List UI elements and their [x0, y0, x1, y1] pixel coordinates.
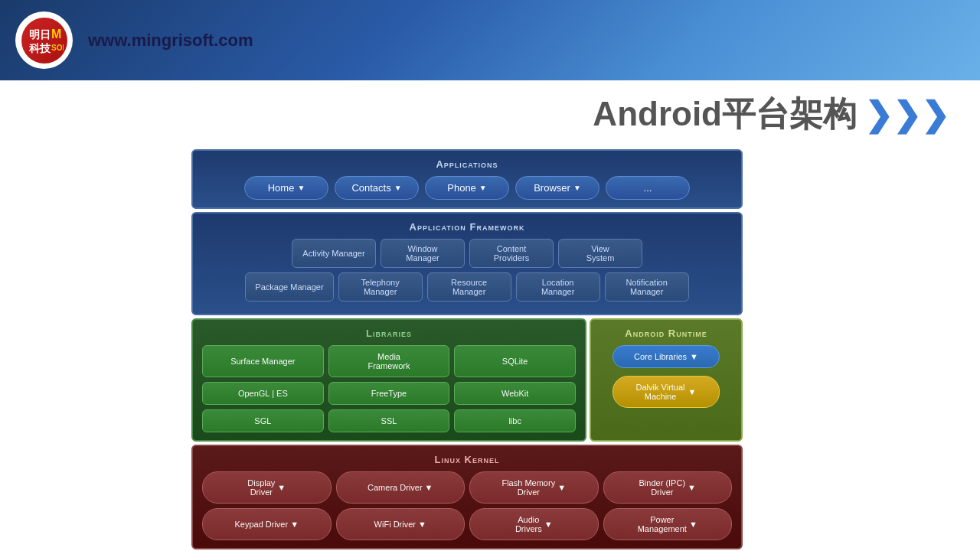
framework-title: Application Framework — [202, 221, 732, 233]
runtime-buttons: Core Libraries ▼ Dalvik VirtualMachine ▼ — [600, 345, 732, 408]
fw-view-system[interactable]: ViewSystem — [558, 239, 642, 268]
kernel-row2: Keypad Driver ▼ WiFi Driver ▼ AudioDrive… — [202, 508, 732, 540]
applications-title: Applications — [202, 158, 732, 170]
svg-text:科技: 科技 — [28, 42, 51, 54]
applications-section: Applications Home ▼ Contacts ▼ Phone ▼ B… — [191, 149, 743, 209]
fw-activity-manager[interactable]: Activity Manager — [292, 239, 376, 268]
fw-window-manager[interactable]: WindowManager — [381, 239, 465, 268]
app-home-button[interactable]: Home ▼ — [244, 176, 328, 200]
libraries-grid: Surface Manager MediaFramework SQLite Op… — [202, 345, 576, 432]
fw-resource-manager[interactable]: ResourceManager — [427, 272, 511, 302]
kernel-camera-driver[interactable]: Camera Driver ▼ — [336, 471, 466, 504]
lib-sgl[interactable]: SGL — [202, 409, 324, 432]
content: Android平台架构 ❯❯❯ Applications Home ▼ Cont… — [0, 80, 980, 551]
lib-surface-manager[interactable]: Surface Manager — [202, 345, 324, 377]
lib-ssl[interactable]: SSL — [328, 409, 450, 432]
kernel-power-management[interactable]: PowerManagement ▼ — [603, 508, 733, 540]
framework-row2: Package Manager TelephonyManager Resourc… — [202, 272, 732, 302]
kernel-binder-driver[interactable]: Binder (IPC)Driver ▼ — [603, 471, 733, 504]
app-more-button[interactable]: ... — [606, 176, 690, 200]
libraries-title: Libraries — [202, 328, 576, 339]
lib-sqlite[interactable]: SQLite — [454, 345, 576, 377]
fw-location-manager[interactable]: LocationManager — [516, 272, 600, 302]
app-phone-button[interactable]: Phone ▼ — [425, 176, 509, 200]
fw-package-manager[interactable]: Package Manager — [245, 272, 333, 302]
svg-text:SOFT: SOFT — [51, 44, 64, 52]
kernel-section: Linux Kernel DisplayDriver ▼ Camera Driv… — [191, 445, 743, 549]
kernel-wifi-driver[interactable]: WiFi Driver ▼ — [336, 508, 466, 540]
libraries-section: Libraries Surface Manager MediaFramework… — [191, 318, 586, 442]
kernel-row1: DisplayDriver ▼ Camera Driver ▼ Flash Me… — [202, 471, 732, 504]
svg-text:M: M — [51, 28, 61, 41]
fw-content-providers[interactable]: ContentProviders — [469, 239, 554, 268]
framework-section: Application Framework Activity Manager W… — [191, 212, 743, 315]
lib-opengl[interactable]: OpenGL | ES — [202, 382, 324, 405]
header-url: www.mingrisoft.com — [88, 31, 253, 51]
runtime-title: Android Runtime — [600, 328, 732, 339]
app-browser-button[interactable]: Browser ▼ — [515, 176, 599, 200]
page-title-text: Android平台架构 — [593, 92, 857, 137]
core-libraries-button[interactable]: Core Libraries ▼ — [612, 345, 720, 368]
middle-section: Libraries Surface Manager MediaFramework… — [191, 318, 743, 445]
runtime-section: Android Runtime Core Libraries ▼ Dalvik … — [590, 318, 743, 442]
header: 明日 科技 M SOFT www.mingrisoft.com — [0, 0, 980, 80]
lib-webkit[interactable]: WebKit — [454, 382, 576, 405]
title-arrows: ❯❯❯ — [864, 95, 949, 134]
app-contacts-button[interactable]: Contacts ▼ — [335, 176, 419, 200]
fw-telephony-manager[interactable]: TelephonyManager — [338, 272, 423, 302]
lib-media-framework[interactable]: MediaFramework — [328, 345, 450, 377]
dalvik-vm-button[interactable]: Dalvik VirtualMachine ▼ — [612, 376, 720, 408]
logo-inner: 明日 科技 M SOFT — [21, 18, 67, 64]
kernel-audio-drivers[interactable]: AudioDrivers ▼ — [469, 508, 599, 540]
app-buttons-row: Home ▼ Contacts ▼ Phone ▼ Browser ▼ ... — [202, 176, 732, 200]
arch-diagram: Applications Home ▼ Contacts ▼ Phone ▼ B… — [191, 149, 743, 551]
lib-libc[interactable]: libc — [454, 409, 576, 432]
kernel-keypad-driver[interactable]: Keypad Driver ▼ — [202, 508, 332, 540]
kernel-flash-memory-driver[interactable]: Flash MemoryDriver ▼ — [469, 471, 599, 504]
framework-row1: Activity Manager WindowManager ContentPr… — [202, 239, 732, 268]
logo: 明日 科技 M SOFT — [15, 11, 73, 69]
fw-notification-manager[interactable]: NotificationManager — [605, 272, 689, 302]
lib-freetype[interactable]: FreeType — [328, 382, 450, 405]
kernel-display-driver[interactable]: DisplayDriver ▼ — [202, 471, 332, 504]
kernel-title: Linux Kernel — [202, 454, 732, 465]
svg-text:明日: 明日 — [29, 28, 51, 41]
page-title: Android平台架构 ❯❯❯ — [593, 92, 949, 137]
